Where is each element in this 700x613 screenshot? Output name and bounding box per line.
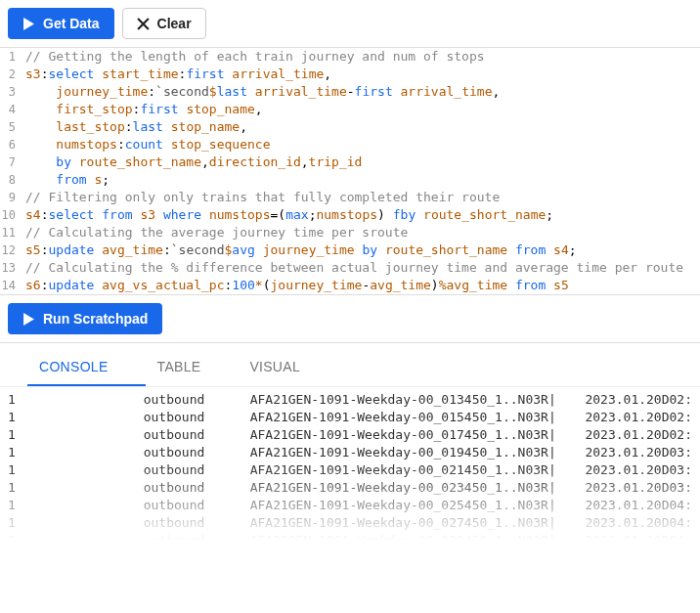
code-line[interactable]: 14s6:update avg_vs_actual_pc:100*(journe… [0, 277, 700, 294]
play-icon [22, 18, 35, 30]
console-cell: outbound [144, 391, 250, 409]
console-cell: AFA21GEN-1091-Weekday-00_017450_1..N03R| [250, 426, 586, 444]
console-cell: 1 [8, 426, 144, 444]
console-row: 1outboundAFA21GEN-1091-Weekday-00_025450… [8, 497, 692, 514]
code-line[interactable]: 11// Calculating the average journey tim… [0, 224, 700, 241]
code-text[interactable]: s5:update avg_time:`second$avg journey_t… [22, 241, 577, 259]
console-cell: 1 [8, 391, 144, 409]
line-number: 10 [0, 206, 22, 224]
console-cell: AFA21GEN-1091-Weekday-00_025450_1..N03R| [250, 497, 586, 514]
toolbar-run: Run Scratchpad [0, 295, 700, 343]
console-cell: 1 [8, 409, 144, 426]
code-line[interactable]: 7 by route_short_name,direction_id,trip_… [0, 153, 700, 171]
code-line[interactable]: 3 journey_time:`second$last arrival_time… [0, 83, 700, 101]
console-cell: outbound [144, 479, 250, 497]
code-line[interactable]: 4 first_stop:first stop_name, [0, 101, 700, 118]
close-icon [137, 18, 150, 30]
code-text[interactable]: s4:select from s3 where numstops=(max;nu… [22, 206, 553, 224]
console-row: 1outboundAFA21GEN-1091-Weekday-00_027450… [8, 514, 692, 532]
console-cell: 1 [8, 444, 144, 461]
code-text[interactable]: journey_time:`second$last arrival_time-f… [22, 83, 500, 101]
console-cell: AFA21GEN-1091-Weekday-00_029450_1..N03R| [250, 532, 586, 549]
console-cell: 1 [8, 479, 144, 497]
code-line[interactable]: 2s3:select start_time:first arrival_time… [0, 66, 700, 83]
console-cell: outbound [144, 497, 250, 514]
console-cell: AFA21GEN-1091-Weekday-00_019450_1..N03R| [250, 444, 586, 461]
line-number: 6 [0, 136, 22, 153]
code-text[interactable]: // Calculating the average journey time … [22, 224, 408, 241]
console-row: 1outboundAFA21GEN-1091-Weekday-00_021450… [8, 461, 692, 479]
console-cell: AFA21GEN-1091-Weekday-00_023450_1..N03R| [250, 479, 586, 497]
line-number: 13 [0, 259, 22, 277]
line-number: 14 [0, 277, 22, 294]
code-text[interactable]: from s; [22, 171, 109, 189]
code-text[interactable]: first_stop:first stop_name, [22, 101, 263, 118]
console-cell: outbound [144, 444, 250, 461]
line-number: 11 [0, 224, 22, 241]
console-cell: 2023.01.20D02: [585, 426, 692, 444]
console-cell: 1 [8, 532, 144, 549]
console-row: 1outboundAFA21GEN-1091-Weekday-00_017450… [8, 426, 692, 444]
line-number: 3 [0, 83, 22, 101]
console-cell: outbound [144, 426, 250, 444]
toolbar-top: Get Data Clear [0, 0, 700, 48]
console-cell: AFA21GEN-1091-Weekday-00_027450_1..N03R| [250, 514, 586, 532]
console-cell: 2023.01.20D03: [585, 461, 692, 479]
code-line[interactable]: 8 from s; [0, 171, 700, 189]
console-cell: AFA21GEN-1091-Weekday-00_015450_1..N03R| [250, 409, 586, 426]
line-number: 8 [0, 171, 22, 189]
console-cell: 2023.01.20D04: [585, 532, 692, 549]
console-cell: 2023.01.20D03: [585, 444, 692, 461]
console-cell: 2023.01.20D02: [585, 391, 692, 409]
code-text[interactable]: numstops:count stop_sequence [22, 136, 270, 153]
code-text[interactable]: last_stop:last stop_name, [22, 118, 247, 136]
code-text[interactable]: // Filtering only only trains that fully… [22, 189, 500, 206]
code-text[interactable]: s6:update avg_vs_actual_pc:100*(journey_… [22, 277, 569, 294]
console-row: 1outboundAFA21GEN-1091-Weekday-00_023450… [8, 479, 692, 497]
code-line[interactable]: 12s5:update avg_time:`second$avg journey… [0, 241, 700, 259]
code-text[interactable]: // Getting the length of each train jour… [22, 48, 485, 66]
code-line[interactable]: 9// Filtering only only trains that full… [0, 189, 700, 206]
code-text[interactable]: s3:select start_time:first arrival_time, [22, 66, 331, 83]
console-cell: 2023.01.20D03: [585, 479, 692, 497]
console-cell: outbound [144, 532, 250, 549]
console-cell: AFA21GEN-1091-Weekday-00_013450_1..N03R| [250, 391, 586, 409]
code-text[interactable]: by route_short_name,direction_id,trip_id [22, 153, 362, 171]
code-line[interactable]: 5 last_stop:last stop_name, [0, 118, 700, 136]
line-number: 7 [0, 153, 22, 171]
clear-label: Clear [157, 16, 192, 31]
console-row: 1outboundAFA21GEN-1091-Weekday-00_013450… [8, 391, 692, 409]
console-output[interactable]: 1outboundAFA21GEN-1091-Weekday-00_013450… [0, 387, 700, 553]
code-line[interactable]: 13// Calculating the % difference betwee… [0, 259, 700, 277]
console-cell: 2023.01.20D02: [585, 409, 692, 426]
play-icon [22, 313, 35, 326]
console-cell: AFA21GEN-1091-Weekday-00_021450_1..N03R| [250, 461, 586, 479]
run-scratchpad-button[interactable]: Run Scratchpad [8, 303, 162, 334]
code-line[interactable]: 6 numstops:count stop_sequence [0, 136, 700, 153]
code-text[interactable]: // Calculating the % difference between … [22, 259, 683, 277]
code-editor[interactable]: 1// Getting the length of each train jou… [0, 48, 700, 295]
code-line[interactable]: 10s4:select from s3 where numstops=(max;… [0, 206, 700, 224]
line-number: 5 [0, 118, 22, 136]
line-number: 9 [0, 189, 22, 206]
tab-visual[interactable]: VISUAL [238, 349, 337, 386]
tab-table[interactable]: TABLE [146, 349, 239, 386]
clear-button[interactable]: Clear [122, 8, 206, 39]
console-cell: 1 [8, 497, 144, 514]
console-cell: outbound [144, 461, 250, 479]
console-cell: outbound [144, 514, 250, 532]
get-data-button[interactable]: Get Data [8, 8, 114, 39]
line-number: 12 [0, 241, 22, 259]
console-cell: outbound [144, 409, 250, 426]
get-data-label: Get Data [43, 16, 100, 31]
run-scratchpad-label: Run Scratchpad [43, 311, 148, 327]
tab-console[interactable]: CONSOLE [27, 349, 146, 386]
line-number: 4 [0, 101, 22, 118]
console-cell: 1 [8, 461, 144, 479]
console-row: 1outboundAFA21GEN-1091-Weekday-00_015450… [8, 409, 692, 426]
code-line[interactable]: 1// Getting the length of each train jou… [0, 48, 700, 66]
panel-tabs: CONSOLETABLEVISUAL [0, 343, 700, 387]
console-cell: 2023.01.20D04: [585, 497, 692, 514]
console-row: 1outboundAFA21GEN-1091-Weekday-00_029450… [8, 532, 692, 549]
console-cell: 1 [8, 514, 144, 532]
